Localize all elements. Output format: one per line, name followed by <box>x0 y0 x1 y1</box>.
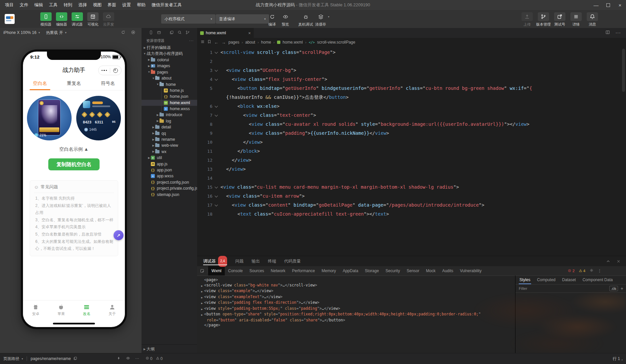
devtools-tab-console[interactable]: Console <box>225 266 246 275</box>
forward-arrow-icon[interactable]: → <box>221 40 226 45</box>
copy-icon[interactable] <box>73 356 77 361</box>
tree-item[interactable]: ▶rename <box>142 136 197 142</box>
tree-item[interactable]: {}project.private.config.js… <box>142 185 197 191</box>
bookmark-icon[interactable] <box>207 40 211 45</box>
branch-icon[interactable] <box>185 30 190 35</box>
expand-chevron-icon[interactable]: ▶ <box>200 283 204 289</box>
add-style-icon[interactable]: + <box>621 286 623 291</box>
example-toggle-label[interactable]: 空白名示例 ▲ <box>23 146 125 152</box>
details-button[interactable]: 详情 <box>569 12 583 27</box>
wxml-node[interactable]: <page> <box>200 277 515 283</box>
preview-button[interactable]: 预览 <box>280 12 291 27</box>
more-icon[interactable]: ··· <box>135 356 139 361</box>
menubar-item[interactable]: 视图 <box>90 0 105 10</box>
wxml-node[interactable]: ▶<view class="example">…</view> <box>200 288 515 294</box>
device-select[interactable]: iPhone X 100% 16 <box>3 30 36 35</box>
devtools-tab-network[interactable]: Network <box>267 266 289 275</box>
menubar-item[interactable]: 选择 <box>75 0 90 10</box>
tree-item[interactable]: ▶打开的编辑器 <box>142 45 197 51</box>
inspect-element-icon[interactable] <box>197 268 207 273</box>
debugger-tab[interactable]: 终端 <box>268 256 276 266</box>
wxml-node[interactable]: </page> <box>200 323 515 328</box>
chevron-up-icon[interactable] <box>606 259 610 264</box>
devtools-tab-performance[interactable]: Performance <box>289 266 318 275</box>
tree-item[interactable]: ▶wx <box>142 149 197 155</box>
rotate-icon[interactable] <box>121 30 126 36</box>
debugger-button[interactable]: 调试器 <box>71 12 84 27</box>
breadcrumb-about[interactable]: about <box>245 40 255 45</box>
breadcrumb-pages[interactable]: pages <box>228 40 239 45</box>
more-icon[interactable] <box>99 70 110 71</box>
tree-item[interactable]: JSapp.js <box>142 161 197 167</box>
tabbar-item-android[interactable]: 安卓 <box>23 300 49 320</box>
fold-chevron-icon[interactable] <box>212 48 220 57</box>
breadcrumb-symbol[interactable]: scroll-view.scrollPage <box>317 40 355 45</box>
tab-active[interactable]: 空白名 <box>23 77 57 90</box>
wxml-node[interactable]: ▶<view style="padding-bottom:55px;" clas… <box>200 306 515 312</box>
menubar-item[interactable]: 界面 <box>105 0 119 10</box>
devtools-tab-vulnerability[interactable]: Vulnerability <box>457 266 485 275</box>
fold-chevron-icon[interactable] <box>212 201 220 210</box>
styles-tab-component-data[interactable]: Component Data <box>579 275 616 284</box>
tree-item[interactable]: ▶images <box>142 63 197 69</box>
device-icon[interactable] <box>149 30 153 35</box>
debugger-tab[interactable]: 代码质量 <box>284 256 301 266</box>
more-icon[interactable]: ··· <box>189 39 194 43</box>
filter-input[interactable] <box>518 286 607 291</box>
kebab-menu-icon[interactable]: ⋮ <box>598 269 602 273</box>
mode-select[interactable]: 小程序模式 ▾ <box>161 14 215 24</box>
menubar-item[interactable]: 编辑 <box>31 0 46 10</box>
debugger-tab[interactable]: 输出 <box>251 256 260 266</box>
breadcrumb-home[interactable]: home <box>261 40 271 45</box>
styles-tab-dataset[interactable]: Dataset <box>559 275 579 284</box>
fold-chevron-icon[interactable] <box>212 66 220 75</box>
tree-item[interactable]: {}home.json <box>142 93 197 99</box>
remote-debug-button[interactable]: 真机调试 <box>298 12 313 27</box>
close-target-icon[interactable] <box>110 68 122 73</box>
tree-item[interactable]: ▶colorui <box>142 57 197 63</box>
expand-chevron-icon[interactable]: ▶ <box>200 306 204 312</box>
devtools-tab-mock[interactable]: Mock <box>423 266 439 275</box>
tab-home-wxml[interactable]: home.wxml × <box>197 28 254 38</box>
tree-item[interactable]: ≈app.wxss <box>142 173 197 179</box>
menubar-item[interactable]: 转到 <box>61 0 75 10</box>
flash-icon[interactable] <box>117 356 121 361</box>
visual-button[interactable]: 可视化 <box>86 12 100 27</box>
back-arrow-icon[interactable]: ← <box>214 40 218 45</box>
tree-item[interactable]: ▶detail <box>142 124 197 130</box>
tree-item[interactable]: ▶qq <box>142 130 197 136</box>
wxml-node[interactable]: ▶<button open-type="share" style="positi… <box>200 312 515 318</box>
devtools-tab-wxml[interactable]: Wxml <box>208 266 225 275</box>
message-button[interactable]: 消息 <box>586 12 599 27</box>
tree-item[interactable]: ▼home <box>142 81 197 87</box>
menubar-item[interactable]: 文件 <box>17 0 31 10</box>
tree-item[interactable]: ▶log <box>142 118 197 124</box>
close-icon[interactable] <box>616 259 621 264</box>
menubar-item[interactable]: 微信开发者工具 <box>149 0 185 10</box>
debugger-tab[interactable]: 调试器2,4 <box>203 256 227 266</box>
compile-button[interactable]: 编译 <box>266 12 278 27</box>
cls-button[interactable]: .cls <box>609 286 618 291</box>
simulator-button[interactable]: 模拟器 <box>39 12 53 27</box>
fold-chevron-icon[interactable] <box>212 183 220 192</box>
split-editor-icon[interactable] <box>605 30 610 36</box>
record-icon[interactable] <box>131 30 136 36</box>
page-path-label[interactable]: 页面路径 <box>3 356 19 362</box>
version-button[interactable]: 版本管理 <box>537 12 550 27</box>
copy-random-name-button[interactable]: 复制随机空白名 <box>48 158 100 170</box>
tabbar-item-apple[interactable]: 苹果 <box>49 300 74 320</box>
test-account-button[interactable]: 测试号 <box>553 12 566 27</box>
tree-item[interactable]: <>home.wxml <box>142 100 197 106</box>
fold-chevron-icon[interactable] <box>212 75 220 84</box>
tree-item[interactable]: {}sitemap.json <box>142 191 197 197</box>
devtools-tab-security[interactable]: Security <box>382 266 403 275</box>
tree-item[interactable]: {}app.json <box>142 167 197 173</box>
fold-chevron-icon[interactable] <box>212 111 220 120</box>
debugger-tab[interactable]: 问题 <box>235 256 243 266</box>
wxml-node[interactable]: ▶<view class="exampleText">…</view> <box>200 294 515 300</box>
compile-select[interactable]: 普通编译 ▾ <box>216 14 269 24</box>
menubar-item[interactable]: 工具 <box>46 0 61 10</box>
page-path-value[interactable]: pages/rename/rename <box>31 356 71 361</box>
close-icon[interactable]: × <box>614 0 626 10</box>
menubar-item[interactable]: 帮助 <box>134 0 149 10</box>
